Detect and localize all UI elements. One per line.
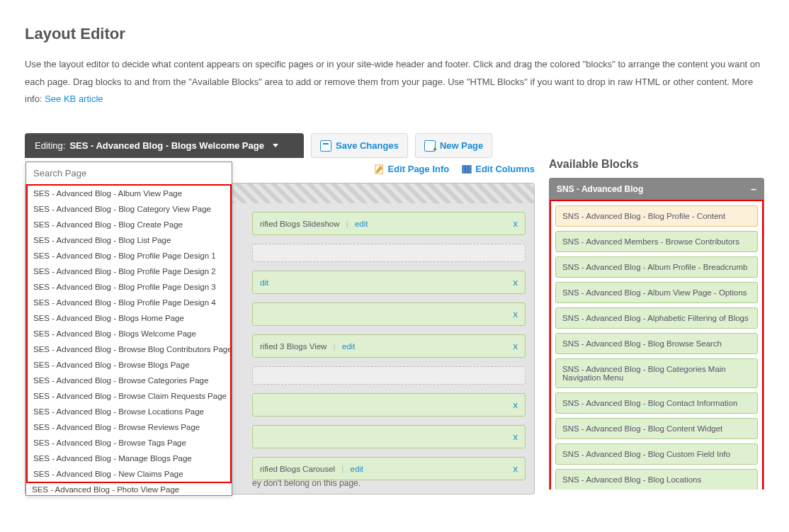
new-page-label: New Page [440,140,483,151]
dropdown-item[interactable]: SES - Advanced Blog - Browse Blog Contri… [28,341,230,357]
dropdown-item[interactable]: SES - Advanced Blog - Blog Profile Page … [28,248,230,264]
search-page-input[interactable] [26,162,232,184]
available-section: SNS - Advanced Blog – SNS - Advanced Blo… [549,178,764,489]
block-remove-button[interactable]: x [513,400,518,410]
dropdown-item[interactable]: SES - Advanced Blog - Browse Categories … [28,373,230,388]
dropdown-item[interactable]: SES - Advanced Blog - New Claims Page [28,466,230,482]
available-section-header[interactable]: SNS - Advanced Blog – [550,179,764,200]
page-dropdown[interactable]: SES - Advanced Blog - Album View PageSES… [25,162,232,496]
available-block[interactable]: SNS - Advanced Blog - Album Profile - Br… [555,256,758,278]
edit-page-info-link[interactable]: Edit Page Info [375,164,450,174]
available-block[interactable]: SNS - Advanced Blog - Blog Locations [555,469,758,489]
save-label: Save Changes [336,140,399,151]
canvas-hint-text: ey don't belong on this page. [252,478,361,488]
available-block[interactable]: SNS - Advanced Blog - Alphabetic Filteri… [555,307,758,329]
available-block[interactable]: SNS - Advanced Blog - Album View Page - … [555,282,758,303]
kb-article-link[interactable]: See KB article [45,94,103,104]
dropdown-item[interactable]: SES - Advanced Blog - Album View Page [28,186,230,201]
available-blocks-header: Available Blocks [549,158,764,171]
layout-block[interactable]: x [252,393,526,417]
editing-page-name: SES - Advanced Blog - Blogs Welcome Page [69,140,264,151]
dropdown-item[interactable]: SES - Advanced Blog - Blog Create Page [28,217,230,232]
block-remove-button[interactable]: x [513,277,518,288]
chevron-down-icon [273,144,278,147]
layout-block[interactable]: x [252,425,526,448]
intro-text: Use the layout editor to decide what con… [25,59,760,104]
svg-rect-3 [469,165,472,173]
dropdown-item[interactable]: SES - Advanced Blog - Blog List Page [28,232,230,248]
dropdown-item[interactable]: SES - Advanced Blog - Blog Profile Page … [28,279,230,295]
block-edit-link[interactable]: edit [355,220,368,228]
dropdown-item[interactable]: SES - Advanced Blog - Browse Reviews Pag… [28,419,230,435]
columns-icon [462,164,472,174]
editing-page-selector[interactable]: Editing: SES - Advanced Blog - Blogs Wel… [25,133,304,158]
intro-paragraph: Use the layout editor to decide what con… [25,56,764,108]
save-changes-button[interactable]: Save Changes [311,133,408,158]
available-block[interactable]: SNS - Advanced Blog - Blog Content Widge… [555,418,758,439]
dropdown-item[interactable]: SES - Advanced Blog - Browse Claim Reque… [28,388,230,404]
save-icon [320,140,331,152]
available-section-title: SNS - Advanced Blog [557,184,643,194]
block-edit-link[interactable]: edit [342,342,356,351]
drop-placeholder[interactable] [252,366,526,385]
available-blocks-panel[interactable]: SNS - Advanced Blog – SNS - Advanced Blo… [549,178,764,489]
layout-block[interactable]: rified Blogs Carousel | edit x [252,457,526,480]
layout-block[interactable]: rified Blogs Slideshow | edit x [252,212,526,235]
svg-rect-2 [465,165,468,173]
svg-rect-1 [462,165,465,173]
dropdown-item[interactable]: SES - Advanced Blog - Blog Profile Page … [28,264,230,279]
dropdown-item[interactable]: SES - Advanced Blog - Browse Locations P… [28,404,230,419]
dropdown-item[interactable]: SES - Advanced Blog - Browse Tags Page [28,435,230,451]
block-remove-button[interactable]: x [513,341,518,351]
editing-label: Editing: [35,140,65,151]
block-remove-button[interactable]: x [513,309,518,319]
drop-placeholder[interactable] [252,244,526,262]
dropdown-item[interactable]: SES - Advanced Blog - Browse Blogs Page [28,357,230,373]
collapse-icon[interactable]: – [751,183,756,195]
block-edit-link[interactable]: dit [260,278,268,287]
dropdown-item-overflow[interactable]: SES - Advanced Blog - Photo View Page [26,483,232,495]
block-remove-button[interactable]: x [513,431,518,442]
block-edit-link[interactable]: edit [351,465,364,473]
layout-block[interactable]: rified 3 Blogs View | edit x [252,334,526,358]
available-block[interactable]: SNS - Advanced Blog - Blog Browse Search [555,333,758,354]
page-title: Layout Editor [25,25,764,43]
available-block[interactable]: SNS - Advanced Blog - Blog Custom Field … [555,443,758,465]
new-page-icon [424,140,436,152]
dropdown-item[interactable]: SES - Advanced Blog - Blogs Home Page [28,310,230,326]
available-block[interactable]: SNS - Advanced Blog - Blog Contact Infor… [555,392,758,414]
block-remove-button[interactable]: x [513,463,518,474]
dropdown-item[interactable]: SES - Advanced Blog - Blogs Welcome Page [28,326,230,341]
layout-block[interactable]: x [252,302,526,326]
available-block[interactable]: SNS - Advanced Members - Browse Contribu… [555,231,758,252]
available-block[interactable]: SNS - Advanced Blog - Blog Profile - Con… [555,205,758,227]
available-block[interactable]: SNS - Advanced Blog - Blog Categories Ma… [555,358,758,388]
dropdown-item[interactable]: SES - Advanced Blog - Manage Blogs Page [28,451,230,466]
edit-icon [375,164,385,174]
edit-columns-link[interactable]: Edit Columns [462,164,535,174]
new-page-button[interactable]: New Page [415,133,492,158]
block-remove-button[interactable]: x [513,218,518,229]
dropdown-item[interactable]: SES - Advanced Blog - Blog Category View… [28,201,230,217]
dropdown-item[interactable]: SES - Advanced Blog - Blog Profile Page … [28,295,230,310]
layout-block[interactable]: dit x [252,271,526,294]
